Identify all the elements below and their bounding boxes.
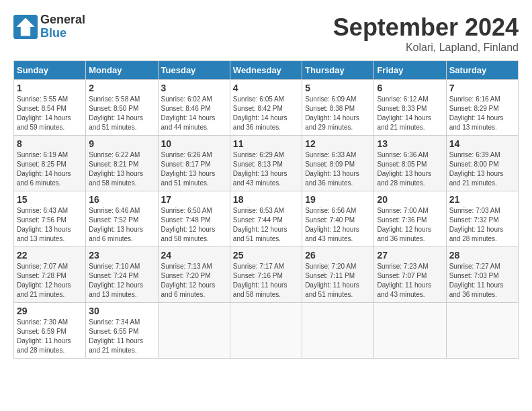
empty-day-cell (374, 303, 446, 359)
calendar-week-row: 15Sunrise: 6:43 AMSunset: 7:56 PMDayligh… (14, 191, 519, 247)
day-info: Sunrise: 7:03 AMSunset: 7:32 PMDaylight:… (449, 206, 515, 244)
day-info: Sunrise: 7:23 AMSunset: 7:07 PMDaylight:… (377, 262, 443, 300)
day-number: 7 (449, 83, 515, 93)
day-info: Sunrise: 6:56 AMSunset: 7:40 PMDaylight:… (305, 206, 371, 244)
day-info: Sunrise: 5:55 AMSunset: 8:54 PMDaylight:… (17, 95, 83, 132)
day-of-week-header: Sunday (14, 61, 86, 80)
day-info: Sunrise: 6:46 AMSunset: 7:52 PMDaylight:… (89, 206, 154, 244)
day-info: Sunrise: 6:26 AMSunset: 8:17 PMDaylight:… (161, 150, 227, 188)
day-info: Sunrise: 7:17 AMSunset: 7:16 PMDaylight:… (233, 262, 299, 300)
calendar-week-row: 1Sunrise: 5:55 AMSunset: 8:54 PMDaylight… (14, 80, 519, 136)
day-number: 9 (89, 138, 154, 149)
day-number: 14 (449, 138, 515, 149)
day-info: Sunrise: 6:33 AMSunset: 8:09 PMDaylight:… (305, 150, 371, 188)
day-cell: 8Sunrise: 6:19 AMSunset: 8:25 PMDaylight… (14, 136, 86, 191)
day-number: 22 (17, 250, 83, 261)
day-info: Sunrise: 6:22 AMSunset: 8:21 PMDaylight:… (89, 150, 154, 188)
day-info: Sunrise: 6:43 AMSunset: 7:56 PMDaylight:… (17, 206, 83, 244)
calendar-week-row: 8Sunrise: 6:19 AMSunset: 8:25 PMDaylight… (14, 136, 519, 191)
day-of-week-header: Saturday (446, 61, 518, 80)
day-number: 5 (305, 83, 371, 93)
day-info: Sunrise: 6:05 AMSunset: 8:42 PMDaylight:… (233, 95, 299, 132)
day-number: 6 (377, 83, 443, 93)
day-number: 25 (233, 250, 299, 261)
empty-day-cell (302, 303, 374, 359)
day-info: Sunrise: 7:30 AMSunset: 6:59 PMDaylight:… (17, 318, 83, 355)
day-cell: 21Sunrise: 7:03 AMSunset: 7:32 PMDayligh… (446, 191, 518, 247)
day-cell: 1Sunrise: 5:55 AMSunset: 8:54 PMDaylight… (14, 80, 86, 136)
day-info: Sunrise: 6:36 AMSunset: 8:05 PMDaylight:… (377, 150, 443, 188)
empty-day-cell (158, 303, 230, 359)
day-of-week-header: Tuesday (158, 61, 230, 80)
day-number: 1 (17, 83, 83, 93)
day-cell: 29Sunrise: 7:30 AMSunset: 6:59 PMDayligh… (14, 303, 86, 359)
day-info: Sunrise: 6:50 AMSunset: 7:48 PMDaylight:… (161, 206, 227, 244)
day-number: 17 (161, 194, 227, 205)
month-title: September 2024 (333, 13, 519, 42)
day-cell: 11Sunrise: 6:29 AMSunset: 8:13 PMDayligh… (230, 136, 302, 191)
day-cell: 4Sunrise: 6:05 AMSunset: 8:42 PMDaylight… (230, 80, 302, 136)
day-cell: 30Sunrise: 7:34 AMSunset: 6:55 PMDayligh… (86, 303, 158, 359)
calendar-table: SundayMondayTuesdayWednesdayThursdayFrid… (13, 60, 519, 359)
day-cell: 5Sunrise: 6:09 AMSunset: 8:38 PMDaylight… (302, 80, 374, 136)
day-cell: 7Sunrise: 6:16 AMSunset: 8:29 PMDaylight… (446, 80, 518, 136)
day-cell: 22Sunrise: 7:07 AMSunset: 7:28 PMDayligh… (14, 247, 86, 303)
day-info: Sunrise: 7:10 AMSunset: 7:24 PMDaylight:… (89, 262, 154, 300)
title-block: September 2024 Kolari, Lapland, Finland (333, 13, 519, 54)
day-info: Sunrise: 7:20 AMSunset: 7:11 PMDaylight:… (305, 262, 371, 300)
day-number: 13 (377, 138, 443, 149)
day-cell: 6Sunrise: 6:12 AMSunset: 8:33 PMDaylight… (374, 80, 446, 136)
day-cell: 26Sunrise: 7:20 AMSunset: 7:11 PMDayligh… (302, 247, 374, 303)
location: Kolari, Lapland, Finland (333, 42, 519, 54)
logo-icon (13, 15, 38, 39)
day-of-week-header: Friday (374, 61, 446, 80)
day-number: 28 (449, 250, 515, 261)
day-of-week-header: Wednesday (230, 61, 302, 80)
day-of-week-header: Thursday (302, 61, 374, 80)
logo-text: General Blue (40, 13, 85, 40)
day-info: Sunrise: 6:29 AMSunset: 8:13 PMDaylight:… (233, 150, 299, 188)
day-cell: 16Sunrise: 6:46 AMSunset: 7:52 PMDayligh… (86, 191, 158, 247)
day-cell: 24Sunrise: 7:13 AMSunset: 7:20 PMDayligh… (158, 247, 230, 303)
day-number: 11 (233, 138, 299, 149)
day-info: Sunrise: 6:39 AMSunset: 8:00 PMDaylight:… (449, 150, 515, 188)
day-number: 16 (89, 194, 154, 205)
day-cell: 15Sunrise: 6:43 AMSunset: 7:56 PMDayligh… (14, 191, 86, 247)
day-number: 12 (305, 138, 371, 149)
day-cell: 23Sunrise: 7:10 AMSunset: 7:24 PMDayligh… (86, 247, 158, 303)
day-info: Sunrise: 7:13 AMSunset: 7:20 PMDaylight:… (161, 262, 227, 300)
day-cell: 2Sunrise: 5:58 AMSunset: 8:50 PMDaylight… (86, 80, 158, 136)
day-cell: 10Sunrise: 6:26 AMSunset: 8:17 PMDayligh… (158, 136, 230, 191)
calendar-week-row: 22Sunrise: 7:07 AMSunset: 7:28 PMDayligh… (14, 247, 519, 303)
day-number: 8 (17, 138, 83, 149)
day-cell: 14Sunrise: 6:39 AMSunset: 8:00 PMDayligh… (446, 136, 518, 191)
day-number: 15 (17, 194, 83, 205)
day-number: 20 (377, 194, 443, 205)
day-number: 27 (377, 250, 443, 261)
day-cell: 17Sunrise: 6:50 AMSunset: 7:48 PMDayligh… (158, 191, 230, 247)
day-number: 19 (305, 194, 371, 205)
day-number: 2 (89, 83, 154, 93)
day-info: Sunrise: 6:19 AMSunset: 8:25 PMDaylight:… (17, 150, 83, 188)
day-cell: 20Sunrise: 7:00 AMSunset: 7:36 PMDayligh… (374, 191, 446, 247)
day-of-week-header: Monday (86, 61, 158, 80)
day-cell: 19Sunrise: 6:56 AMSunset: 7:40 PMDayligh… (302, 191, 374, 247)
calendar-week-row: 29Sunrise: 7:30 AMSunset: 6:59 PMDayligh… (14, 303, 519, 359)
day-info: Sunrise: 6:53 AMSunset: 7:44 PMDaylight:… (233, 206, 299, 244)
day-number: 30 (89, 306, 154, 316)
day-info: Sunrise: 7:27 AMSunset: 7:03 PMDaylight:… (449, 262, 515, 300)
day-number: 18 (233, 194, 299, 205)
day-info: Sunrise: 6:09 AMSunset: 8:38 PMDaylight:… (305, 95, 371, 132)
day-number: 21 (449, 194, 515, 205)
logo: General Blue (13, 13, 85, 40)
day-number: 24 (161, 250, 227, 261)
day-cell: 3Sunrise: 6:02 AMSunset: 8:46 PMDaylight… (158, 80, 230, 136)
day-cell: 25Sunrise: 7:17 AMSunset: 7:16 PMDayligh… (230, 247, 302, 303)
day-number: 10 (161, 138, 227, 149)
day-cell: 9Sunrise: 6:22 AMSunset: 8:21 PMDaylight… (86, 136, 158, 191)
day-info: Sunrise: 7:00 AMSunset: 7:36 PMDaylight:… (377, 206, 443, 244)
day-number: 4 (233, 83, 299, 93)
day-cell: 13Sunrise: 6:36 AMSunset: 8:05 PMDayligh… (374, 136, 446, 191)
day-info: Sunrise: 5:58 AMSunset: 8:50 PMDaylight:… (89, 95, 154, 132)
day-number: 26 (305, 250, 371, 261)
